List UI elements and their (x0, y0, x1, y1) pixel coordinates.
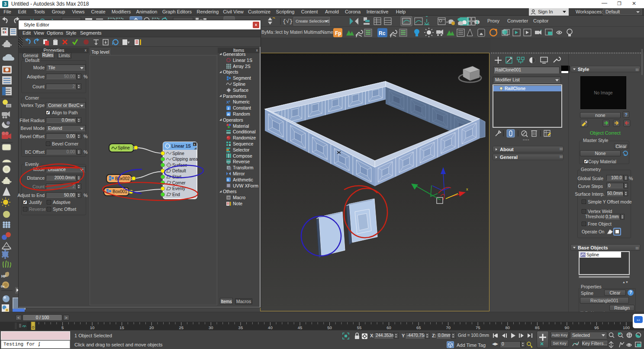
svg-text:Parameters: Parameters (223, 94, 246, 99)
svg-text:Operators: Operators (223, 117, 243, 123)
svg-text:UVW XForm: UVW XForm (233, 183, 258, 188)
svg-text:75: 75 (476, 325, 480, 330)
svg-text:x: x (194, 143, 196, 146)
svg-text:50: 50 (327, 325, 332, 330)
svg-text:Randomize: Randomize (233, 135, 256, 140)
svg-text:Others: Others (223, 189, 237, 194)
svg-text:Note: Note (233, 201, 242, 206)
svg-text:Generators: Generators (223, 52, 246, 57)
svg-text:Start: Start (172, 174, 181, 179)
svg-text:10: 10 (90, 325, 95, 330)
svg-text:55: 55 (357, 325, 362, 330)
svg-text:Constant: Constant (233, 105, 251, 110)
svg-text:+: + (540, 28, 542, 32)
svg-text:Numeric: Numeric (233, 99, 250, 104)
svg-text:25: 25 (179, 325, 184, 330)
svg-text:Segment: Segment (233, 75, 251, 81)
svg-text:Σ: Σ (227, 178, 229, 182)
svg-text:HF: HF (1, 274, 6, 278)
svg-text:80: 80 (506, 325, 510, 330)
svg-text:5: 5 (61, 325, 64, 330)
svg-text:65: 65 (416, 325, 421, 330)
svg-text:70: 70 (446, 325, 451, 330)
svg-text:35: 35 (238, 325, 243, 330)
svg-text:Spline: Spline (172, 151, 184, 156)
svg-text:Arithmetic: Arithmetic (233, 177, 253, 182)
svg-text:40: 40 (268, 325, 273, 330)
svg-text:45: 45 (298, 325, 303, 330)
svg-text:Box001: Box001 (113, 189, 127, 194)
svg-text:15: 15 (119, 325, 124, 330)
svg-text:Objects: Objects (223, 69, 238, 74)
svg-text:R: R (227, 113, 230, 116)
svg-text:Corner: Corner (172, 181, 186, 185)
svg-text:Linear 1S: Linear 1S (171, 144, 191, 149)
svg-text:Macro: Macro (233, 195, 245, 200)
svg-text:85: 85 (535, 325, 540, 330)
svg-text:x: x (466, 187, 468, 191)
svg-text:Random: Random (233, 111, 250, 116)
svg-text:Linear 1S: Linear 1S (233, 58, 252, 63)
svg-text:0x: 0x (1, 284, 5, 288)
svg-text:30: 30 (209, 325, 213, 330)
svg-text:{√}: {√} (283, 18, 293, 25)
svg-text:Rc: Rc (379, 30, 386, 36)
svg-text:Surface: Surface (172, 163, 187, 168)
svg-text:Sequence: Sequence (233, 141, 253, 146)
svg-text:X²: X² (226, 100, 230, 104)
svg-text:Material: Material (233, 123, 249, 129)
svg-text:0: 0 (32, 325, 34, 330)
svg-text:End: End (172, 192, 180, 197)
svg-text:Mirror: Mirror (233, 171, 245, 176)
svg-text:Selector: Selector (233, 147, 250, 152)
svg-text:2: 2 (228, 107, 230, 110)
svg-text:Clipping area: Clipping area (172, 157, 198, 162)
svg-text:Array 2S: Array 2S (233, 64, 251, 69)
svg-text:Compose: Compose (233, 153, 252, 158)
svg-text:Fp: Fp (335, 30, 341, 36)
svg-text:m: m (228, 196, 230, 199)
svg-text:20: 20 (149, 325, 154, 330)
svg-text:Conditional: Conditional (233, 129, 256, 134)
svg-text:Spline: Spline (233, 81, 245, 87)
svg-text:Evenly: Evenly (172, 186, 185, 191)
svg-text:■: ■ (478, 20, 480, 23)
svg-text:Default: Default (172, 168, 186, 173)
svg-text:60: 60 (386, 325, 391, 330)
svg-text:Box002: Box002 (115, 176, 130, 181)
svg-text:Spline: Spline (118, 145, 130, 150)
svg-text:Transform: Transform (233, 165, 254, 170)
svg-text:Reverse: Reverse (233, 159, 250, 164)
svg-text:Surface: Surface (233, 87, 248, 93)
svg-text:95: 95 (594, 325, 599, 330)
svg-text:90: 90 (565, 325, 570, 330)
svg-text:100: 100 (623, 325, 630, 330)
